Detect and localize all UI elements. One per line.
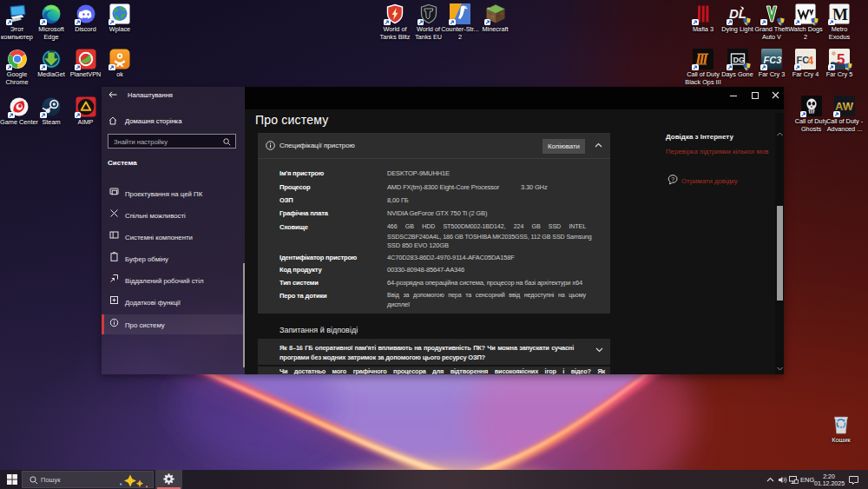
svg-text:4: 4 xyxy=(807,54,814,67)
svg-text:M: M xyxy=(832,5,848,23)
svg-text:?: ? xyxy=(671,176,674,182)
